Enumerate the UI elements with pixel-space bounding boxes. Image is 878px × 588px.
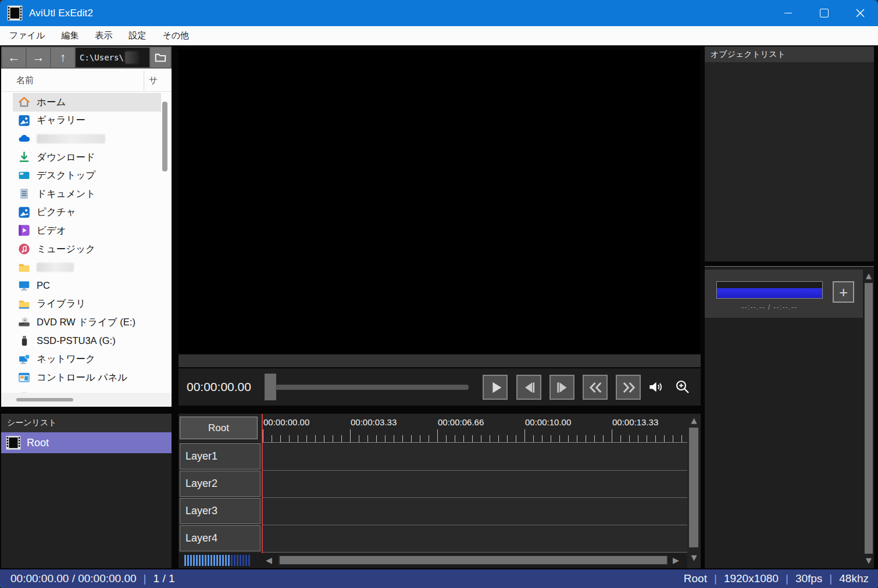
layer-track-3[interactable] (262, 498, 687, 525)
column-size[interactable]: サ (149, 75, 158, 86)
timeline-vertical-scrollbar[interactable] (689, 428, 698, 547)
file-list-hscroll-track[interactable] (1, 393, 172, 407)
close-button[interactable] (842, 0, 878, 26)
scene-tab-root[interactable]: Root (180, 417, 258, 439)
file-item-pc[interactable]: PC (13, 277, 161, 295)
file-item-label: ピクチャ (37, 206, 76, 218)
skip-back-button[interactable] (583, 375, 608, 400)
menu-item-2[interactable]: 表示 (87, 26, 120, 45)
file-item-music[interactable]: ミュージック (13, 240, 161, 259)
timeline-ruler[interactable]: 00:00:00.0000:00:03.3300:00:06.6600:00:1… (262, 414, 687, 443)
file-item-download[interactable]: ダウンロード (13, 148, 161, 167)
file-list-header[interactable]: 名前 サ (1, 69, 172, 92)
layer-label-2[interactable]: Layer2 (180, 471, 260, 497)
volume-icon[interactable] (647, 378, 665, 396)
column-divider[interactable] (144, 71, 144, 91)
layer-label-1[interactable]: Layer1 (180, 443, 260, 469)
download-icon (18, 151, 30, 163)
scroll-right-icon[interactable]: ▶ (673, 555, 679, 565)
next-frame-button[interactable] (549, 375, 574, 400)
address-bar[interactable]: C:\Users\ (76, 48, 149, 67)
forward-button[interactable]: → (27, 48, 50, 67)
file-item-video[interactable]: ビデオ (13, 221, 161, 240)
video-preview[interactable] (179, 49, 700, 353)
network-icon (18, 353, 30, 365)
playhead[interactable] (262, 414, 263, 553)
scene-item-root[interactable]: Root (1, 432, 172, 453)
title-bar[interactable]: AviUtl ExEdit2 (0, 0, 878, 26)
ruler-label: 00:00:03.33 (351, 417, 397, 427)
media-panel-vertical-scrollbar[interactable] (865, 283, 873, 554)
layer-track-1[interactable] (262, 443, 687, 471)
file-item-onedrive[interactable] (13, 130, 161, 148)
transport-bar: 00:00:00.00 (179, 368, 701, 406)
media-panel-vscroll: ▲ ▼ (863, 270, 874, 567)
menu-item-3[interactable]: 設定 (120, 26, 154, 45)
status-value: Root (684, 572, 707, 585)
file-item-label: ギャラリー (37, 114, 85, 127)
timeline-hscroll-track[interactable] (279, 555, 668, 565)
timeline-zoom-indicator[interactable] (184, 555, 250, 566)
column-name[interactable]: 名前 (16, 75, 34, 86)
media-item-row[interactable]: + --:--.-- / --:--.-- (705, 270, 863, 318)
media-scroll-up-icon[interactable]: ▲ (863, 271, 874, 280)
play-icon (487, 379, 504, 396)
file-list-vertical-scrollbar[interactable] (162, 102, 167, 171)
layer-track-2[interactable] (262, 471, 687, 498)
media-scroll-down-icon[interactable]: ▼ (863, 556, 874, 565)
media-waveform-box[interactable] (716, 281, 823, 299)
scroll-down-icon[interactable]: ▼ (688, 553, 700, 562)
file-item-label: ライブラリ (37, 297, 85, 310)
library-icon (18, 298, 30, 310)
menu-bar: ファイル編集表示設定その他 (0, 26, 878, 45)
layer-track-4[interactable] (262, 525, 687, 553)
menu-item-0[interactable]: ファイル (1, 26, 53, 45)
folder-icon (154, 51, 167, 64)
maximize-button[interactable] (806, 0, 842, 26)
scroll-left-icon[interactable]: ◀ (266, 555, 272, 565)
file-browser-panel: ← → ↑ C:\Users\ 名前 サ ホームギャラリーダウンロードデスクトッ… (1, 46, 172, 407)
file-item-folder[interactable] (13, 258, 161, 277)
file-list-horizontal-scrollbar[interactable] (16, 398, 73, 401)
play-button[interactable] (483, 375, 508, 400)
file-item-label: ホーム (37, 96, 66, 109)
prev-frame-button[interactable] (516, 375, 541, 400)
file-item-gallery[interactable]: ギャラリー (13, 112, 161, 130)
seek-slider-thumb[interactable] (265, 374, 276, 400)
menu-item-4[interactable]: その他 (154, 26, 197, 45)
window-controls (770, 0, 878, 26)
open-folder-button[interactable] (151, 48, 170, 67)
file-item-document[interactable]: ドキュメント (13, 185, 161, 203)
file-item-dvd[interactable]: DVD RW ドライブ (E:) (13, 313, 161, 332)
add-media-button[interactable]: + (833, 281, 854, 303)
scene-list-panel: シーンリスト Root (1, 414, 172, 568)
minimize-button[interactable] (770, 0, 806, 26)
skip-forward-button[interactable] (616, 375, 641, 400)
file-item-library[interactable]: ライブラリ (13, 295, 161, 314)
zoom-icon[interactable] (674, 378, 691, 396)
media-box-level-bar (717, 288, 822, 298)
layer-label-3[interactable]: Layer3 (180, 498, 260, 524)
file-item-desktop[interactable]: デスクトップ (13, 166, 161, 185)
app-icon (7, 5, 23, 21)
minimize-icon (784, 13, 792, 13)
pc-icon (18, 279, 30, 292)
menu-item-1[interactable]: 編集 (53, 26, 87, 45)
control-panel-icon (18, 371, 30, 383)
folder-icon (18, 261, 30, 274)
back-button[interactable]: ← (2, 48, 26, 67)
gallery-icon (18, 114, 30, 127)
skip-back-icon (587, 379, 604, 396)
timeline-horizontal-scrollbar[interactable] (280, 556, 667, 564)
file-item-pictures[interactable]: ピクチャ (13, 203, 161, 222)
file-item-home[interactable]: ホーム (13, 93, 161, 112)
file-item-control-panel[interactable]: コントロール パネル (13, 368, 161, 387)
status-value: 00:00:00.00 / 00:00:00.00 (10, 572, 137, 585)
status-bar: 00:00:00.00 / 00:00:00.00|1 / 1 Root|192… (0, 569, 878, 588)
seek-slider-track[interactable] (276, 385, 469, 390)
file-item-usb[interactable]: SSD-PSTU3A (G:) (13, 332, 161, 350)
scroll-up-icon[interactable]: ▲ (688, 416, 700, 425)
file-item-network[interactable]: ネットワーク (13, 350, 161, 368)
up-button[interactable]: ↑ (51, 48, 74, 67)
layer-label-4[interactable]: Layer4 (180, 525, 260, 551)
